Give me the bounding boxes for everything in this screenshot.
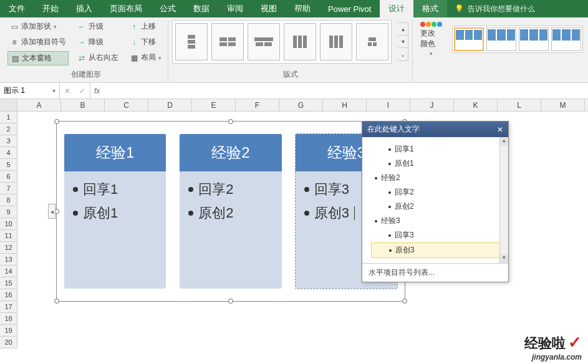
- smartart-bullet[interactable]: 回享1: [73, 178, 157, 201]
- resize-handle[interactable]: [228, 299, 233, 304]
- style-item[interactable]: [454, 27, 484, 51]
- text-pane-item[interactable]: 回享1: [375, 142, 502, 156]
- row-header[interactable]: 13: [0, 254, 17, 266]
- row-header[interactable]: 20: [0, 337, 17, 348]
- tab-format[interactable]: 格式: [413, 0, 447, 17]
- resize-handle[interactable]: [228, 119, 233, 124]
- smartart-bullet[interactable]: 回享2: [188, 178, 272, 201]
- column-header[interactable]: B: [61, 99, 105, 111]
- scroll-up-icon[interactable]: ▴: [500, 137, 508, 146]
- smartart-header[interactable]: 经验1: [64, 134, 166, 171]
- row-header[interactable]: 15: [0, 277, 17, 289]
- row-header[interactable]: 4: [0, 147, 17, 159]
- style-item[interactable]: [551, 27, 581, 51]
- confirm-icon[interactable]: ✓: [75, 87, 90, 95]
- tab-review[interactable]: 审阅: [218, 0, 252, 17]
- column-header[interactable]: E: [192, 99, 236, 111]
- layout-item[interactable]: [356, 23, 388, 60]
- tab-home[interactable]: 开始: [34, 0, 67, 17]
- row-header[interactable]: 18: [0, 313, 17, 325]
- resize-handle[interactable]: [54, 299, 59, 304]
- smartart-bullet[interactable]: 原创2: [188, 201, 272, 225]
- tab-data[interactable]: 数据: [185, 0, 218, 17]
- promote-button[interactable]: ←升级: [75, 20, 121, 33]
- row-header[interactable]: 1: [0, 112, 17, 123]
- text-pane-title-bar[interactable]: 在此处键入文字 ✕: [362, 122, 508, 137]
- row-header[interactable]: 16: [0, 289, 17, 301]
- cell-area-row[interactable]: [17, 337, 588, 348]
- row-header[interactable]: 6: [0, 171, 17, 183]
- tab-formulas[interactable]: 公式: [151, 0, 185, 17]
- style-item[interactable]: [486, 27, 516, 51]
- chevron-up-icon[interactable]: ▴: [398, 23, 408, 36]
- layout-gallery[interactable]: [172, 20, 392, 64]
- column-header[interactable]: D: [148, 99, 192, 111]
- cell-area-row[interactable]: [17, 325, 588, 337]
- column-header[interactable]: G: [279, 99, 323, 111]
- text-pane-item[interactable]: 原创2: [375, 199, 502, 214]
- text-pane-item[interactable]: 经验3: [375, 214, 502, 228]
- smartart-header[interactable]: 经验2: [180, 134, 281, 171]
- row-header[interactable]: 8: [0, 194, 17, 206]
- row-header[interactable]: 7: [0, 183, 17, 194]
- more-icon[interactable]: ⌄: [398, 48, 408, 60]
- column-header[interactable]: J: [410, 99, 454, 111]
- tab-page-layout[interactable]: 页面布局: [101, 0, 151, 17]
- style-item[interactable]: [519, 27, 549, 51]
- rtl-button[interactable]: ⇄从右向左: [75, 51, 121, 64]
- smartart-bullet[interactable]: 原创1: [73, 201, 157, 225]
- move-up-button[interactable]: ↑上移: [127, 20, 164, 33]
- smartart-body[interactable]: 回享2原创2: [180, 171, 281, 289]
- tab-file[interactable]: 文件: [0, 0, 34, 17]
- smartart-body[interactable]: 回享1原创1: [64, 171, 166, 289]
- layout-button[interactable]: ▦布局 ▾: [127, 51, 164, 64]
- smartart-column[interactable]: 经验1回享1原创1: [64, 134, 166, 289]
- layout-item[interactable]: [284, 23, 316, 60]
- text-pane-button[interactable]: ▤文本窗格: [7, 51, 69, 65]
- text-pane-scrollbar[interactable]: ▴ ▾: [499, 137, 508, 263]
- change-colors-button[interactable]: 更改颜色 ▾: [417, 21, 446, 58]
- close-icon[interactable]: ✕: [497, 125, 503, 134]
- text-pane-item[interactable]: 经验2: [375, 171, 502, 185]
- column-header[interactable]: K: [454, 99, 498, 111]
- row-header[interactable]: 19: [0, 325, 17, 337]
- row-header[interactable]: 10: [0, 218, 17, 230]
- row-header[interactable]: 11: [0, 230, 17, 242]
- row-header[interactable]: 3: [0, 135, 17, 147]
- tab-help[interactable]: 帮助: [286, 0, 319, 17]
- layout-item[interactable]: [175, 23, 208, 60]
- tab-design[interactable]: 设计: [380, 0, 413, 17]
- add-bullet-button[interactable]: ≡添加项目符号: [7, 36, 69, 49]
- chevron-down-icon[interactable]: ▾: [52, 87, 55, 94]
- layout-item[interactable]: [320, 23, 352, 60]
- tell-me-search[interactable]: 💡 告诉我你想要做什么: [447, 0, 542, 17]
- demote-button[interactable]: →降级: [75, 36, 121, 49]
- smartart-text-pane[interactable]: 在此处键入文字 ✕ 回享1原创1经验2回享2原创2经验3回享3原创3 ▴ ▾ 水…: [362, 121, 509, 282]
- row-header[interactable]: 14: [0, 266, 17, 277]
- formula-input[interactable]: [104, 83, 588, 98]
- smartart-selection[interactable]: ◂ 经验1回享1原创1经验2回享2原创2经验3回享3原创3: [56, 121, 405, 302]
- row-header[interactable]: 17: [0, 301, 17, 313]
- cell-area-row[interactable]: [17, 313, 588, 325]
- tab-insert[interactable]: 插入: [67, 0, 101, 17]
- column-header[interactable]: M: [541, 99, 585, 111]
- row-header[interactable]: 2: [0, 123, 17, 135]
- add-shape-button[interactable]: ▭添加形状 ▾: [7, 20, 69, 33]
- layout-item[interactable]: [248, 23, 280, 60]
- cancel-icon[interactable]: ✕: [60, 87, 75, 95]
- smartart-column[interactable]: 经验2回享2原创2: [180, 134, 281, 289]
- layout-item[interactable]: [211, 23, 244, 60]
- text-pane-item[interactable]: 原创1: [375, 156, 502, 171]
- column-header[interactable]: H: [323, 99, 367, 111]
- resize-handle[interactable]: [54, 119, 59, 124]
- tab-power-pivot[interactable]: Power Pivot: [319, 0, 380, 17]
- select-all-corner[interactable]: [0, 99, 17, 111]
- column-header[interactable]: L: [498, 99, 541, 111]
- layout-gallery-nav[interactable]: ▴▾⌄: [398, 22, 408, 61]
- cell-area-row[interactable]: [17, 301, 588, 313]
- tab-view[interactable]: 视图: [252, 0, 286, 17]
- text-pane-item[interactable]: 回享2: [375, 185, 502, 199]
- name-box[interactable]: 图示 1▾: [0, 83, 60, 98]
- move-down-button[interactable]: ↓下移: [127, 36, 164, 49]
- row-header[interactable]: 9: [0, 206, 17, 218]
